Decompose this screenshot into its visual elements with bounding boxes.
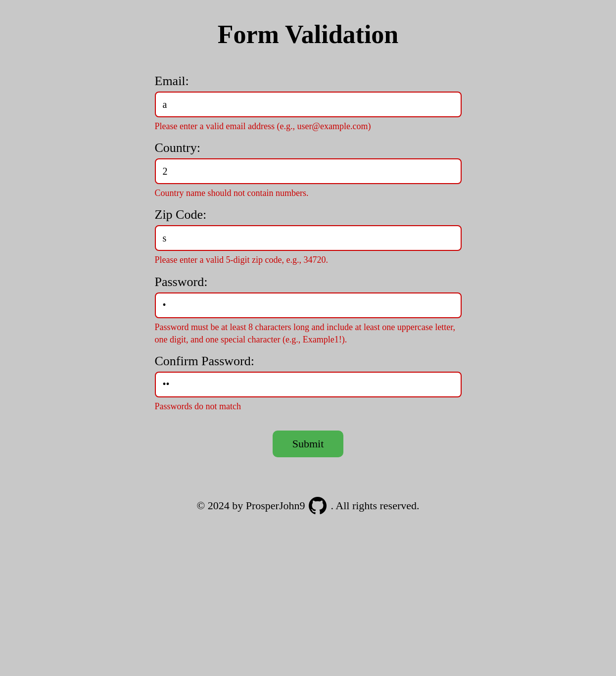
footer-text-end: . All rights reserved. <box>331 499 419 512</box>
password-label: Password: <box>155 275 462 290</box>
zipcode-error: Please enter a valid 5-digit zip code, e… <box>155 254 462 266</box>
country-field-group: Country: Country name should not contain… <box>155 141 462 205</box>
password-error: Password must be at least 8 characters l… <box>155 321 462 346</box>
email-label: Email: <box>155 74 462 89</box>
email-field-group: Email: Please enter a valid email addres… <box>155 74 462 139</box>
password-input[interactable] <box>155 292 462 318</box>
confirm-password-label: Confirm Password: <box>155 354 462 369</box>
submit-button[interactable]: Submit <box>273 431 344 457</box>
zipcode-field-group: Zip Code: Please enter a valid 5-digit z… <box>155 207 462 272</box>
country-label: Country: <box>155 141 462 155</box>
country-error: Country name should not contain numbers. <box>155 187 462 199</box>
zipcode-label: Zip Code: <box>155 207 462 222</box>
email-error: Please enter a valid email address (e.g.… <box>155 120 462 133</box>
github-icon <box>309 497 327 515</box>
zipcode-input[interactable] <box>155 225 462 251</box>
email-input[interactable] <box>155 92 462 117</box>
page-title: Form Validation <box>218 20 399 49</box>
confirm-password-input[interactable] <box>155 372 462 397</box>
confirm-password-error: Passwords do not match <box>155 400 462 413</box>
country-input[interactable] <box>155 158 462 184</box>
password-field-group: Password: Password must be at least 8 ch… <box>155 275 462 352</box>
footer-text-start: © 2024 by ProsperJohn9 <box>196 499 305 512</box>
footer: © 2024 by ProsperJohn9 . All rights rese… <box>196 497 419 515</box>
confirm-password-field-group: Confirm Password: Passwords do not match <box>155 354 462 419</box>
form-container: Email: Please enter a valid email addres… <box>155 74 462 457</box>
